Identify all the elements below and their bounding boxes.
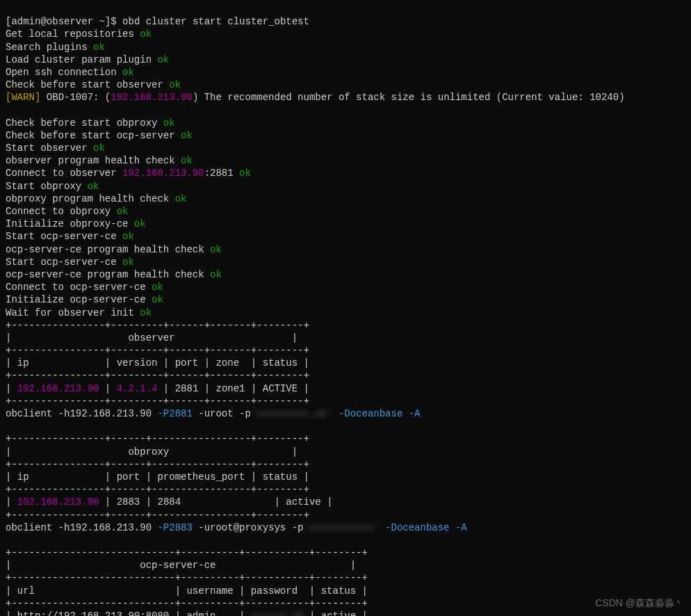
warn-tag: [WARN]: [6, 92, 40, 103]
table-row-ocp: | http://192.168.213.90:8080 | admin | x…: [6, 610, 368, 616]
step-ocp-health: ocp-server-ce program health check: [6, 269, 204, 280]
redacted-password: xxxxxx_ob: [251, 610, 304, 616]
step-check-obproxy: Check before start obproxy: [6, 117, 157, 129]
ok-badge: ok: [93, 42, 105, 53]
table-border: +----------------------------+----------…: [6, 572, 368, 583]
ok-badge: ok: [163, 117, 175, 129]
table-border: +----------------+------+---------------…: [6, 433, 309, 444]
ok-badge: ok: [181, 130, 193, 141]
step-load-param: Load cluster param plugin: [6, 54, 152, 65]
step-obproxy-health: obproxy program health check: [6, 193, 169, 204]
table-border: +----------------+------+---------------…: [6, 510, 309, 521]
table-title-obproxy: | obproxy |: [6, 446, 298, 457]
ok-badge: ok: [140, 29, 152, 40]
terminal-output[interactable]: [admin@observer ~]$ obd cluster start cl…: [0, 0, 691, 616]
step-wait-observer: Wait for observer init: [6, 307, 134, 318]
step-connect-observer: Connect to observer 192.168.213.90:2881: [6, 168, 234, 179]
ok-badge: ok: [122, 67, 134, 78]
table-header-obproxy: | ip | port | prometheus_port | status |: [6, 471, 309, 483]
obclient-cmd-1: obclient -h192.168.213.90 -P2881 -uroot …: [6, 408, 421, 419]
table-border: +----------------+------+---------------…: [6, 484, 309, 495]
ok-badge: ok: [181, 155, 193, 166]
step-connect-obproxy: Connect to obproxy: [6, 206, 111, 217]
redacted-password: 'xxxxxxxxxxx': [303, 522, 379, 533]
warn-ip: 192.168.213.90: [111, 92, 193, 103]
step-start-ocp: Start ocp-server-ce: [6, 257, 117, 268]
ok-badge: ok: [122, 231, 134, 242]
ok-badge: ok: [210, 244, 222, 255]
step-start-ocp: Start ocp-server-ce: [6, 231, 117, 242]
table-title-observer: | observer |: [6, 332, 298, 343]
table-border: +----------------+---------+------+-----…: [6, 370, 309, 381]
step-observer-health: observer program health check: [6, 155, 175, 166]
ok-badge: ok: [117, 206, 129, 217]
ok-badge: ok: [152, 282, 163, 293]
step-check-observer: Check before start observer: [6, 79, 163, 90]
table-border: +----------------+------+---------------…: [6, 459, 309, 470]
step-open-ssh: Open ssh connection: [6, 67, 117, 78]
step-search-plugins: Search plugins: [6, 42, 88, 53]
step-init-ocp: Initialize ocp-server-ce: [6, 294, 146, 305]
step-connect-ocp: Connect to ocp-server-ce: [6, 282, 146, 293]
ok-badge: ok: [93, 143, 105, 154]
ok-badge: ok: [152, 294, 163, 305]
table-header-ocp: | url | username | password | status |: [6, 585, 368, 597]
ok-badge: ok: [175, 193, 187, 204]
ok-badge: ok: [134, 218, 146, 229]
ocp-url-link[interactable]: http://192.168.213.90:8080: [17, 610, 169, 616]
table-border: +----------------------------+----------…: [6, 598, 368, 609]
step-start-observer: Start observer: [6, 143, 88, 154]
step-ocp-health: ocp-server-ce program health check: [6, 244, 204, 255]
table-border: +----------------+---------+------+-----…: [6, 320, 309, 331]
table-border: +----------------+---------+------+-----…: [6, 396, 309, 407]
ok-badge: ok: [169, 79, 181, 90]
obclient-cmd-2: obclient -h192.168.213.90 -P2883 -uroot@…: [6, 522, 467, 533]
step-check-ocp: Check before start ocp-server: [6, 130, 175, 141]
prompt-line: [admin@observer ~]$: [6, 16, 122, 27]
ok-badge: ok: [157, 54, 169, 65]
table-border: +----------------------------+----------…: [6, 547, 368, 558]
step-start-obproxy: Start obproxy: [6, 181, 81, 192]
ok-badge: ok: [122, 257, 134, 268]
ok-badge: ok: [239, 168, 251, 179]
ok-badge: ok: [88, 181, 99, 192]
ok-badge: ok: [140, 307, 152, 318]
warn-code: OBD-1007: (: [40, 92, 111, 103]
command-obd-start: obd cluster start cluster_obtest: [122, 16, 309, 27]
step-init-obproxy: Initialize obproxy-ce: [6, 218, 128, 229]
table-header-observer: | ip | version | port | zone | status |: [6, 357, 309, 368]
table-row-observer: | 192.168.213.90 | 4.2.1.4 | 2881 | zone…: [6, 383, 309, 394]
table-border: +----------------+---------+------+-----…: [6, 345, 309, 356]
step-get-repos: Get local repositories: [6, 29, 134, 40]
ok-badge: ok: [210, 269, 222, 280]
table-row-obproxy: | 192.168.213.90 | 2883 | 2884 | active …: [6, 496, 333, 508]
redacted-password: 'xxxxxxxxx_ob': [251, 408, 333, 419]
warn-msg: ) The recommended number of stack size i…: [193, 92, 625, 103]
table-title-ocp: | ocp-server-ce |: [6, 560, 356, 571]
